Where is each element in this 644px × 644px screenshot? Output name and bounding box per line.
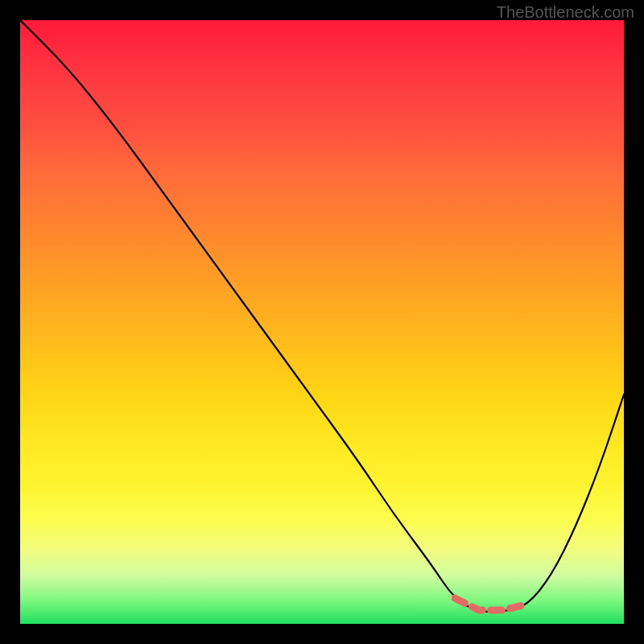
plot-area	[20, 20, 624, 624]
optimal-region-highlight	[455, 598, 527, 610]
bottleneck-curve	[20, 20, 624, 612]
watermark-text: TheBottleneck.com	[497, 3, 634, 22]
bottleneck-curve-svg	[20, 20, 624, 624]
